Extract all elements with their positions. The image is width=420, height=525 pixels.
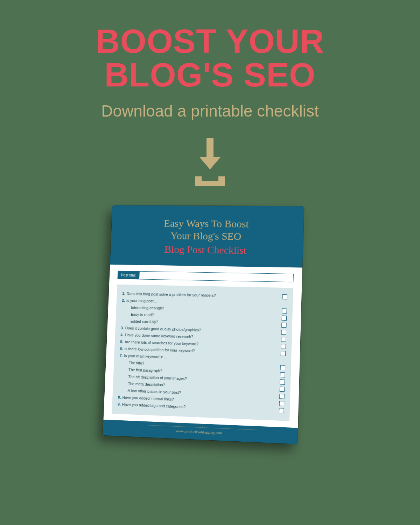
checkbox xyxy=(281,337,286,342)
checkbox xyxy=(281,351,286,356)
checklist-item-number: 5. xyxy=(120,340,123,344)
document-mockup: Easy Ways To Boost Your Blog's SEO Blog … xyxy=(105,204,315,439)
post-title-row: Post title: xyxy=(118,271,294,282)
checkbox xyxy=(280,387,285,392)
doc-subtitle: Blog Post Checklist xyxy=(117,242,296,258)
hero-title-line1: BOOST YOUR xyxy=(96,22,324,60)
checkbox xyxy=(282,315,287,320)
post-title-input xyxy=(139,271,294,282)
checklist-item-number: 3. xyxy=(121,326,124,330)
checklist-item-number: 7. xyxy=(120,354,123,358)
document-body: Post title: 1.Does this blog post solve … xyxy=(103,265,302,428)
checklist-item-number: 9. xyxy=(118,402,121,406)
checklist-item-number: 8. xyxy=(118,395,121,399)
subtitle: Download a printable checklist xyxy=(0,102,420,120)
checkbox xyxy=(281,344,286,349)
hero-title-line2: BLOG'S SEO xyxy=(104,56,316,93)
checklist-panel: 1.Does this blog post solve a problem fo… xyxy=(112,285,293,421)
checklist-item-number: 2. xyxy=(122,298,125,302)
footer-url: www.productiveblogging.com xyxy=(141,425,258,436)
doc-title-line1b: Your Blog's SEO xyxy=(170,230,241,242)
checkbox xyxy=(282,294,287,299)
checkbox xyxy=(281,330,286,335)
svg-rect-0 xyxy=(206,138,214,159)
checkbox xyxy=(279,401,285,406)
download-icon xyxy=(189,138,231,187)
doc-title-line1a: Easy Ways To Boost xyxy=(164,217,249,230)
document-header: Easy Ways To Boost Your Blog's SEO Blog … xyxy=(110,205,304,267)
post-title-label: Post title: xyxy=(118,271,140,280)
checkbox xyxy=(282,308,287,313)
svg-rect-4 xyxy=(218,176,225,186)
checkbox xyxy=(280,365,286,370)
checklist-item-number: 1. xyxy=(122,292,125,296)
checkbox xyxy=(280,372,285,378)
checkbox xyxy=(279,394,285,399)
hero-title: BOOST YOUR BLOG'S SEO xyxy=(0,0,420,92)
checkbox xyxy=(280,379,285,385)
checklist-item-number: 6. xyxy=(120,346,123,351)
svg-marker-1 xyxy=(200,157,220,169)
checklist-item-number: 4. xyxy=(120,332,124,337)
checkbox xyxy=(279,408,284,413)
checkbox xyxy=(281,323,287,328)
